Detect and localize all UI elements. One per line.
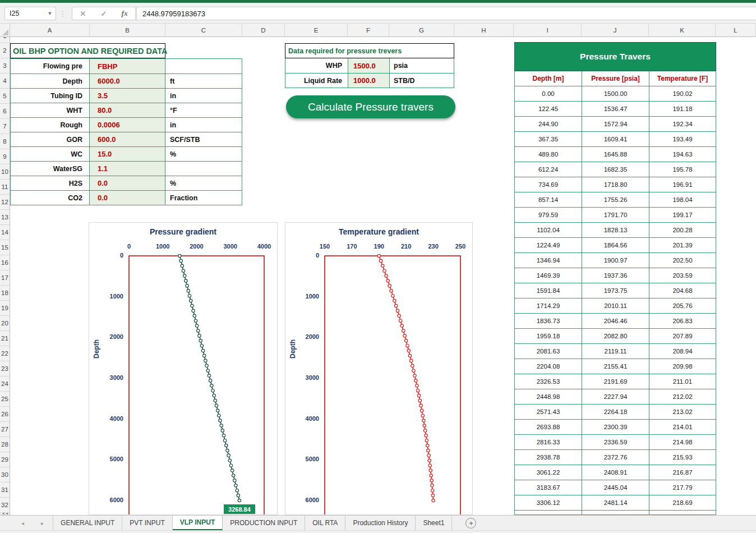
table-cell[interactable]: 1828.13 [582,223,649,237]
unit-cell[interactable]: ft [165,74,242,88]
sheet-tab-pvt-input[interactable]: PVT INPUT [122,516,172,530]
table-cell[interactable]: 734.69 [515,177,582,192]
table-cell[interactable]: 0.00 [515,86,582,101]
label-cell[interactable]: Liquid Rate [285,73,348,88]
table-cell[interactable]: 3183.67 [515,480,582,495]
table-cell[interactable]: 2938.78 [515,450,582,465]
table-cell[interactable]: 2445.04 [582,480,649,495]
row-header-9[interactable]: 9 [0,149,10,164]
column-header-H[interactable]: H [454,24,514,36]
table-cell[interactable]: 2046.46 [582,314,649,328]
table-cell[interactable]: 1645.88 [582,147,649,162]
row-header-30[interactable]: 30 [0,467,10,483]
row-header-13[interactable]: 13 [0,210,10,225]
table-cell[interactable]: 190.02 [649,86,716,101]
table-cell[interactable]: 202.50 [649,253,716,268]
table-cell[interactable]: 979.59 [515,208,582,222]
table-cell[interactable]: 2816.33 [515,435,582,449]
table-cell[interactable]: 218.69 [649,495,716,510]
table-cell[interactable]: 489.80 [515,147,582,162]
unit-cell[interactable]: Fraction [165,191,242,205]
table-cell[interactable]: 212.02 [649,389,716,404]
table-cell[interactable]: 194.63 [649,147,716,162]
table-cell[interactable]: 122.45 [515,102,582,116]
row-header-6[interactable]: 6 [0,104,10,119]
table-cell[interactable]: 2326.53 [515,374,582,389]
table-cell[interactable]: 2264.18 [582,405,649,419]
sheet-tab-production-history[interactable]: Production History [345,516,416,530]
table-cell[interactable]: 2336.59 [582,435,649,449]
new-sheet-button[interactable]: + [465,518,476,529]
value-cell[interactable]: 0.0 [90,176,165,190]
value-cell[interactable]: 1000.0 [348,73,390,88]
row-header-22[interactable]: 22 [0,346,10,361]
row-header-16[interactable]: 16 [0,255,10,270]
row-header-29[interactable]: 29 [0,452,10,467]
table-cell[interactable]: 2191.69 [582,374,649,389]
table-cell[interactable]: 2010.11 [582,298,649,313]
table-cell[interactable]: 1500.00 [582,86,649,101]
unit-cell[interactable]: % [165,176,242,190]
row-header-4[interactable]: 4 [0,73,10,89]
row-header-20[interactable]: 20 [0,316,10,331]
table-cell[interactable]: 2300.39 [582,420,649,434]
value-cell[interactable]: 6000.0 [90,74,165,88]
column-header-J[interactable]: J [582,24,649,36]
select-all-button[interactable] [0,24,10,36]
table-cell[interactable]: 1572.94 [582,117,649,131]
table-cell[interactable]: 216.87 [649,465,716,480]
label-cell[interactable]: GOR [11,132,90,146]
temperature-gradient-chart[interactable]: Temperature gradient15017019021023025001… [285,222,473,515]
table-cell[interactable]: 206.83 [649,314,716,328]
table-cell[interactable]: 2571.43 [515,405,582,419]
row-header-31[interactable]: 31 [0,483,10,498]
table-cell[interactable]: 215.93 [649,450,716,465]
value-cell[interactable]: 80.0 [90,103,165,117]
table-cell[interactable]: 1718.80 [582,177,649,192]
table-cell[interactable]: 2227.94 [582,389,649,404]
table-cell[interactable]: 199.17 [649,208,716,222]
table-cell[interactable]: 198.04 [649,192,716,207]
table-cell[interactable]: 200.28 [649,223,716,237]
row-header-17[interactable]: 17 [0,270,10,286]
table-cell[interactable]: 1959.18 [515,329,582,343]
row-header-18[interactable]: 18 [0,286,10,301]
confirm-icon[interactable]: ✓ [100,10,107,18]
table-cell[interactable]: 1836.73 [515,314,582,328]
value-cell[interactable]: FBHP [90,59,165,73]
table-cell[interactable]: 1591.84 [515,283,582,298]
sheet-tab-general-input[interactable]: GENERAL INPUT [53,516,122,530]
column-header-E[interactable]: E [285,24,348,36]
label-cell[interactable]: Flowing pre [11,59,90,73]
table-cell[interactable]: 1937.36 [582,268,649,283]
table-cell[interactable]: 196.91 [649,177,716,192]
table-cell[interactable]: 209.98 [649,359,716,374]
row-header-5[interactable]: 5 [0,89,10,104]
table-cell[interactable]: 1973.75 [582,283,649,298]
unit-cell[interactable]: °F [165,103,242,117]
row-header-12[interactable]: 12 [0,195,10,210]
sheet-tab-sheet1[interactable]: Sheet1 [416,516,452,530]
row-header-19[interactable]: 19 [0,301,10,316]
row-header-25[interactable]: 25 [0,392,10,407]
formula-input[interactable]: 2448.97959183673 [136,7,756,20]
table-cell[interactable]: 1791.70 [582,208,649,222]
table-cell[interactable]: 204.68 [649,283,716,298]
label-cell[interactable]: Tubing ID [11,89,90,103]
table-cell[interactable]: 2082.80 [582,329,649,343]
unit-cell[interactable]: psia [390,58,454,73]
row-header-32[interactable]: 32 [0,498,10,513]
column-header-I[interactable]: I [514,24,582,36]
table-cell[interactable]: 2408.91 [582,465,649,480]
row-header-8[interactable]: 8 [0,134,10,149]
table-cell[interactable]: 1714.29 [515,298,582,313]
row-header-1[interactable]: 1 [0,37,10,43]
table-cell[interactable]: 3061.22 [515,465,582,480]
unit-cell[interactable]: % [165,147,242,161]
value-cell[interactable]: 15.0 [90,147,165,161]
row-header-11[interactable]: 11 [0,180,10,195]
table-cell[interactable]: 1102.04 [515,223,582,237]
table-cell[interactable]: 192.34 [649,117,716,131]
table-cell[interactable]: 205.76 [649,298,716,313]
row-header-21[interactable]: 21 [0,331,10,346]
